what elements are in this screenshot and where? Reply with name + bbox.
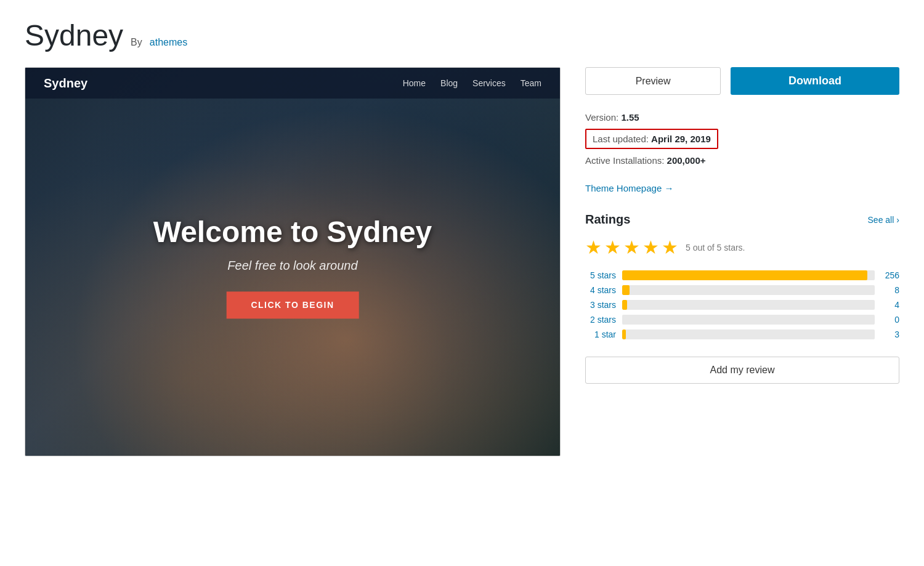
screenshot-nav: Sydney Home Blog Services Team xyxy=(25,68,560,99)
star-2: ★ xyxy=(604,237,621,258)
ratings-header: Ratings See all › xyxy=(585,212,899,227)
rating-bar-count-4: 8 xyxy=(881,285,899,295)
rating-bar-fill-1 xyxy=(622,329,626,339)
rating-bar-row-1: 1 star 3 xyxy=(585,329,899,339)
rating-bar-label-1: 1 star xyxy=(585,329,616,339)
rating-bar-row-5: 5 stars 256 xyxy=(585,270,899,280)
rating-bar-track-2 xyxy=(622,315,875,325)
by-label: By xyxy=(131,37,142,48)
star-1: ★ xyxy=(585,237,602,258)
main-content: Sydney Home Blog Services Team Welcome t… xyxy=(25,67,899,456)
see-all-link[interactable]: See all › xyxy=(868,215,899,225)
stars-display: ★ ★ ★ ★ ★ 5 out of 5 stars. xyxy=(585,237,899,258)
preview-button[interactable]: Preview xyxy=(585,67,721,95)
version-value: 1.55 xyxy=(621,112,639,123)
last-updated-label: Last updated: xyxy=(593,134,649,144)
nav-link-team: Team xyxy=(521,78,541,88)
author-link[interactable]: athemes xyxy=(150,37,187,48)
rating-bar-count-2: 0 xyxy=(881,315,899,325)
add-review-button[interactable]: Add my review xyxy=(585,357,899,384)
screenshot-cta-button[interactable]: CLICK TO BEGIN xyxy=(226,291,359,318)
rating-out-of: 5 out of 5 stars. xyxy=(686,243,745,253)
star-5-half: ★ xyxy=(662,237,678,258)
rating-bar-row-2: 2 stars 0 xyxy=(585,315,899,325)
rating-bar-count-3: 4 xyxy=(881,300,899,310)
action-buttons: Preview Download xyxy=(585,67,899,95)
screenshot-hero: Welcome to Sydney Feel free to look arou… xyxy=(153,215,432,318)
chevron-right-icon: › xyxy=(896,215,899,225)
star-3: ★ xyxy=(623,237,640,258)
rating-bar-label-4: 4 stars xyxy=(585,285,616,295)
rating-bar-track-5 xyxy=(622,270,875,280)
screenshot-hero-title: Welcome to Sydney xyxy=(153,215,432,249)
version-label: Version: xyxy=(585,112,618,123)
rating-bar-row-3: 3 stars 4 xyxy=(585,300,899,310)
meta-info: Version: 1.55 Last updated: April 29, 20… xyxy=(585,112,899,194)
last-updated-box: Last updated: April 29, 2019 xyxy=(585,129,718,149)
rating-bar-track-1 xyxy=(622,329,875,339)
nav-link-blog: Blog xyxy=(440,78,458,88)
rating-bar-fill-5 xyxy=(622,270,867,280)
screenshot-hero-subtitle: Feel free to look around xyxy=(153,259,432,273)
active-installations-value: 200,000+ xyxy=(667,155,706,166)
active-installations-label: Active Installations: xyxy=(585,155,664,166)
version-row: Version: 1.55 xyxy=(585,112,899,123)
rating-bars: 5 stars 256 4 stars 8 3 stars xyxy=(585,270,899,339)
rating-bar-row-4: 4 stars 8 xyxy=(585,285,899,295)
download-button[interactable]: Download xyxy=(731,67,899,95)
rating-bar-label-2: 2 stars xyxy=(585,315,616,325)
star-4: ★ xyxy=(642,237,659,258)
last-updated-value: April 29, 2019 xyxy=(651,134,711,144)
theme-screenshot: Sydney Home Blog Services Team Welcome t… xyxy=(25,68,560,456)
see-all-label: See all xyxy=(868,215,894,225)
theme-homepage-link[interactable]: Theme Homepage → xyxy=(585,183,673,193)
nav-link-services: Services xyxy=(472,78,506,88)
active-installations-row: Active Installations: 200,000+ xyxy=(585,155,899,166)
ratings-title: Ratings xyxy=(585,212,630,227)
sidebar-panel: Preview Download Version: 1.55 Last upda… xyxy=(585,67,899,384)
screenshot-nav-links: Home Blog Services Team xyxy=(403,78,541,88)
rating-bar-count-5: 256 xyxy=(881,270,899,280)
screenshot-nav-logo: Sydney xyxy=(44,76,87,91)
rating-bar-count-1: 3 xyxy=(881,329,899,339)
rating-bar-fill-4 xyxy=(622,285,630,295)
rating-bar-track-4 xyxy=(622,285,875,295)
rating-bar-track-3 xyxy=(622,300,875,310)
rating-bar-fill-3 xyxy=(622,300,627,310)
ratings-section: Ratings See all › ★ ★ ★ ★ ★ 5 out of 5 s… xyxy=(585,212,899,384)
theme-preview-container: Sydney Home Blog Services Team Welcome t… xyxy=(25,67,561,456)
theme-title: Sydney xyxy=(25,18,123,52)
rating-bar-label-5: 5 stars xyxy=(585,270,616,280)
rating-bar-label-3: 3 stars xyxy=(585,300,616,310)
page-header: Sydney By athemes xyxy=(25,18,899,52)
nav-link-home: Home xyxy=(403,78,426,88)
